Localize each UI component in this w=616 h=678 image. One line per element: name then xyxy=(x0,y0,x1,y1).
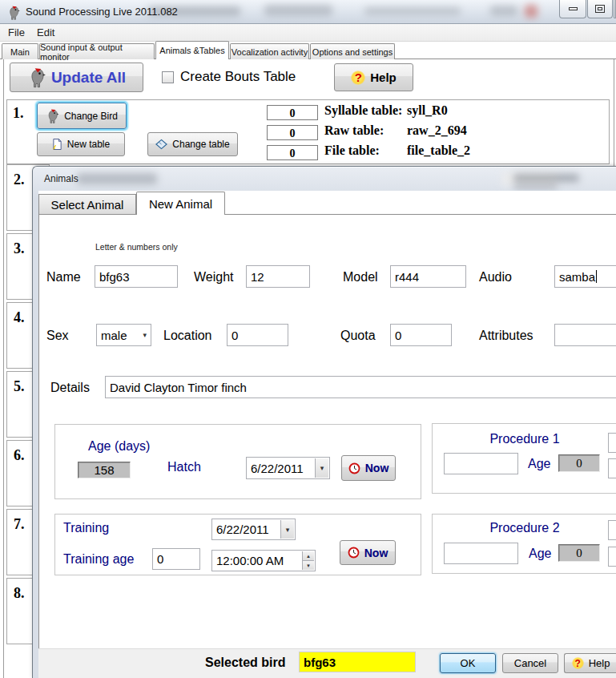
raw-table-value: raw_2_694 xyxy=(407,123,467,137)
glass-blur-artifact xyxy=(364,7,461,15)
procedure1-input[interactable] xyxy=(444,453,518,474)
sex-dropdown[interactable]: male ▾ xyxy=(96,324,151,346)
details-input[interactable]: David Clayton Timor finch xyxy=(105,376,616,398)
tab-options-settings[interactable]: Options and settings xyxy=(310,43,395,59)
sex-label: Sex xyxy=(46,329,69,343)
procedure2-age-label: Age xyxy=(529,547,551,561)
procedure1-age-value: 0 xyxy=(558,454,600,472)
dialog-help-button[interactable]: ? Help xyxy=(564,653,616,673)
file-counter: 0 xyxy=(267,145,318,160)
menu-edit[interactable]: Edit xyxy=(37,26,54,38)
help-question-icon: ? xyxy=(351,71,365,85)
training-date-picker[interactable]: 6/22/2011 ▾ xyxy=(211,519,296,540)
tab-main[interactable]: Main xyxy=(2,43,38,59)
quota-input[interactable]: 0 xyxy=(390,324,452,346)
tab-new-animal[interactable]: New Animal xyxy=(136,192,225,215)
training-age-input[interactable]: 0 xyxy=(152,548,200,570)
new-table-button[interactable]: New table xyxy=(37,132,125,156)
file-table-value: file_table_2 xyxy=(407,143,470,157)
glass-blur-artifact xyxy=(525,5,537,18)
training-age-label: Training age xyxy=(63,552,134,567)
syllable-counter: 0 xyxy=(267,105,318,120)
app-bird-icon xyxy=(6,5,21,21)
procedure2-input[interactable] xyxy=(444,543,518,564)
clock-icon xyxy=(348,547,360,559)
audio-label: Audio xyxy=(479,270,512,285)
audio-input[interactable]: samba xyxy=(554,265,616,288)
new-document-icon xyxy=(52,138,62,151)
attributes-label: Attributes xyxy=(479,329,533,343)
chevron-down-icon[interactable]: ▾ xyxy=(280,520,294,539)
window-frame-right xyxy=(614,59,614,166)
training-group: Training 6/22/2011 ▾ Training age 0 12:0… xyxy=(54,514,421,575)
spinner-up-icon[interactable]: ▲ xyxy=(302,551,314,561)
window-title: Sound Processing Live 2011.082 xyxy=(26,6,178,18)
row-1-index: 1. xyxy=(13,105,24,122)
glass-blur-artifact xyxy=(490,6,517,16)
procedure2-age-value: 0 xyxy=(558,544,600,562)
cancel-button[interactable]: Cancel xyxy=(502,653,558,673)
menu-bar xyxy=(0,24,616,42)
update-all-button[interactable]: Update All xyxy=(10,63,143,92)
ok-button[interactable]: OK xyxy=(440,653,496,673)
bird-icon xyxy=(27,67,46,89)
procedure2-cutoff-control[interactable] xyxy=(608,547,616,567)
procedure1-cutoff-control[interactable] xyxy=(608,433,616,453)
training-time-spinner[interactable]: 12:00:00 AM ▲▼ xyxy=(211,550,316,571)
dialog-title: Animals xyxy=(44,173,79,184)
procedure2-cutoff-control[interactable] xyxy=(608,520,616,540)
raw-table-label: Raw table: xyxy=(324,123,407,138)
create-bouts-label: Create Bouts Table xyxy=(180,69,296,85)
quota-label: Quota xyxy=(340,329,376,343)
procedure2-group: Procedure 2 Age 0 xyxy=(432,514,616,574)
chevron-down-icon: ▾ xyxy=(143,331,147,339)
location-label: Location xyxy=(163,329,212,343)
name-label: Name xyxy=(46,270,81,285)
name-input[interactable]: bfg63 xyxy=(95,265,178,288)
tab-select-animal[interactable]: Select Animal xyxy=(38,194,136,215)
spinner-down-icon[interactable]: ▼ xyxy=(302,561,314,570)
age-days-label: Age (days) xyxy=(88,439,150,454)
tab-vocalization-activity[interactable]: Vocalization activity xyxy=(230,43,309,59)
tab-animals-tables[interactable]: Animals &Tables xyxy=(155,41,229,59)
chevron-down-icon[interactable]: ▾ xyxy=(315,458,328,478)
app-window: Sound Processing Live 2011.082 File Edit… xyxy=(0,0,616,678)
syllable-table-value: syll_R0 xyxy=(407,103,448,117)
maximize-button[interactable] xyxy=(587,0,613,18)
weight-input[interactable]: 12 xyxy=(246,265,310,288)
spinner-buttons[interactable]: ▲▼ xyxy=(302,551,314,570)
location-input[interactable]: 0 xyxy=(227,324,288,346)
procedure1-age-label: Age xyxy=(528,457,550,471)
change-bird-button[interactable]: Change Bird xyxy=(37,103,127,129)
menu-file[interactable]: File xyxy=(8,26,25,38)
maximize-icon xyxy=(595,5,605,13)
attributes-input[interactable] xyxy=(554,324,616,346)
create-bouts-checkbox[interactable] xyxy=(162,71,174,83)
change-table-label: Change table xyxy=(172,139,229,150)
name-hint: Letter & numbers only xyxy=(95,242,178,252)
hatch-now-button[interactable]: Now xyxy=(341,455,396,481)
weight-label: Weight xyxy=(194,270,234,285)
help-question-icon: ? xyxy=(572,657,584,669)
title-bar: Sound Processing Live 2011.082 xyxy=(0,0,616,24)
update-all-label: Update All xyxy=(51,69,126,87)
minimize-icon xyxy=(569,7,578,10)
help-button[interactable]: ? Help xyxy=(334,63,413,91)
selected-bird-field[interactable]: bfg63 xyxy=(299,652,416,672)
procedure1-cutoff-control[interactable] xyxy=(608,458,616,478)
raw-table-row: Raw table:raw_2_694 xyxy=(324,123,467,138)
minimize-button[interactable] xyxy=(559,0,586,18)
diamond-icon xyxy=(155,139,167,150)
details-label: Details xyxy=(50,381,90,395)
model-input[interactable]: r444 xyxy=(390,265,466,288)
training-label: Training xyxy=(63,521,109,535)
glass-blur-artifact xyxy=(264,5,332,16)
change-bird-label: Change Bird xyxy=(64,111,118,122)
model-label: Model xyxy=(343,270,378,285)
age-days-value: 158 xyxy=(78,462,131,478)
change-table-button[interactable]: Change table xyxy=(147,132,238,156)
file-table-label: File table: xyxy=(324,143,407,158)
tab-sound-io-monitor[interactable]: Sound input & output monitor xyxy=(39,43,155,59)
training-now-button[interactable]: Now xyxy=(340,540,396,565)
hatch-date-picker[interactable]: 6/22/2011 ▾ xyxy=(246,457,330,479)
